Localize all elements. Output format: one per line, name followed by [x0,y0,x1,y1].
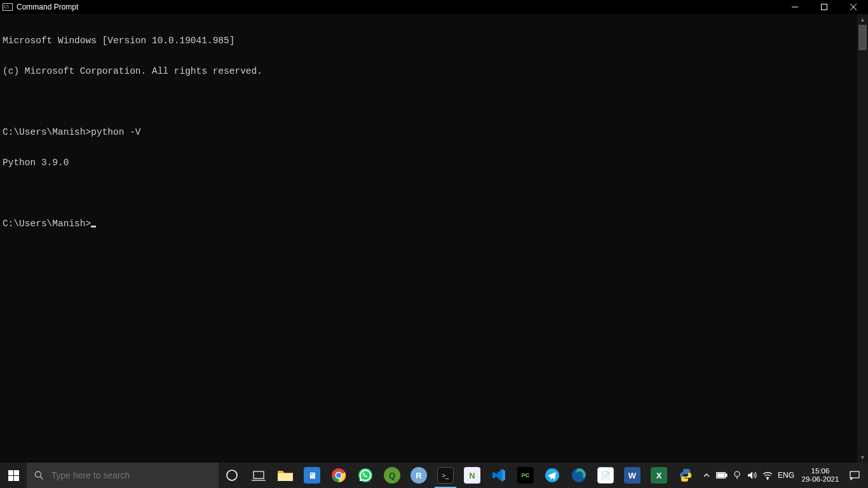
cmd-icon: C:\ [3,3,13,11]
svg-rect-3 [8,476,13,481]
vertical-scrollbar[interactable]: ▲ ▼ [857,14,868,463]
console-line: Python 3.9.0 [3,158,868,168]
svg-rect-7 [254,471,264,478]
file-explorer-button[interactable] [272,463,299,488]
pycharm-button[interactable]: PC [512,463,539,488]
search-input[interactable] [51,470,211,480]
app-monitor-button[interactable]: 🖥 [299,463,325,488]
close-button[interactable] [839,0,868,14]
svg-rect-1 [8,470,13,475]
clock[interactable]: 15:06 29-06-2021 [797,467,844,484]
taskbar-search[interactable] [27,463,219,488]
edge-button[interactable] [566,463,592,488]
scroll-down-arrow-icon[interactable]: ▼ [857,452,868,463]
svg-rect-19 [850,471,859,478]
console-line [3,97,868,107]
prompt-text: C:\Users\Manish> [3,219,91,229]
scroll-up-arrow-icon[interactable]: ▲ [857,14,868,25]
console-output[interactable]: Microsoft Windows [Version 10.0.19041.98… [0,14,868,463]
console-prompt-line: C:\Users\Manish> [3,219,868,229]
cmd-taskbar-button[interactable]: >_ [432,463,459,488]
console-line: C:\Users\Manish>python -V [3,127,868,137]
whatsapp-button[interactable] [352,463,379,488]
clock-date: 29-06-2021 [797,475,844,484]
svg-rect-4 [14,476,19,481]
task-view-button[interactable] [245,463,272,488]
python-button[interactable] [672,463,699,488]
start-button[interactable] [0,463,27,488]
svg-rect-16 [717,473,724,477]
svg-point-10 [336,473,341,478]
console-line [3,188,868,198]
scroll-thumb[interactable] [858,25,867,50]
action-center-button[interactable] [844,470,865,480]
clock-time: 15:06 [797,467,844,475]
command-prompt-window: C:\ Command Prompt Microsoft Windows [Ve… [0,0,868,463]
taskbar-app-icons: 🖥 Q R >_ N [219,463,699,488]
svg-rect-2 [14,470,19,475]
document-button[interactable]: 📄 [592,463,619,488]
minimize-button[interactable] [780,0,810,14]
chrome-button[interactable] [325,463,352,488]
svg-rect-15 [726,474,727,477]
svg-point-17 [735,471,740,477]
battery-icon[interactable] [714,463,729,488]
wifi-icon[interactable] [760,463,775,488]
qbittorrent-button[interactable]: Q [379,463,405,488]
vscode-button[interactable] [485,463,512,488]
svg-point-18 [767,478,768,480]
rstudio-button[interactable]: R [405,463,432,488]
svg-point-5 [36,471,41,477]
language-indicator[interactable]: ENG [775,463,797,488]
location-icon[interactable] [729,463,745,488]
maximize-button[interactable] [810,0,839,14]
title-bar[interactable]: C:\ Command Prompt [0,0,868,14]
notepadpp-button[interactable]: N [459,463,485,488]
console-line: (c) Microsoft Corporation. All rights re… [3,66,868,76]
cortana-button[interactable] [219,463,245,488]
scroll-track[interactable] [857,25,868,452]
taskbar: 🖥 Q R >_ N [0,463,868,488]
system-tray: ENG 15:06 29-06-2021 [699,463,868,488]
search-icon [34,470,43,480]
tray-overflow-chevron-icon[interactable] [699,463,714,488]
svg-rect-0 [822,4,827,10]
excel-button[interactable]: X [646,463,672,488]
svg-point-6 [227,470,237,480]
console-line: Microsoft Windows [Version 10.0.19041.98… [3,36,868,46]
telegram-button[interactable] [539,463,566,488]
volume-icon[interactable] [745,463,760,488]
word-button[interactable]: W [619,463,646,488]
cursor [91,226,96,227]
window-title: Command Prompt [17,3,78,11]
